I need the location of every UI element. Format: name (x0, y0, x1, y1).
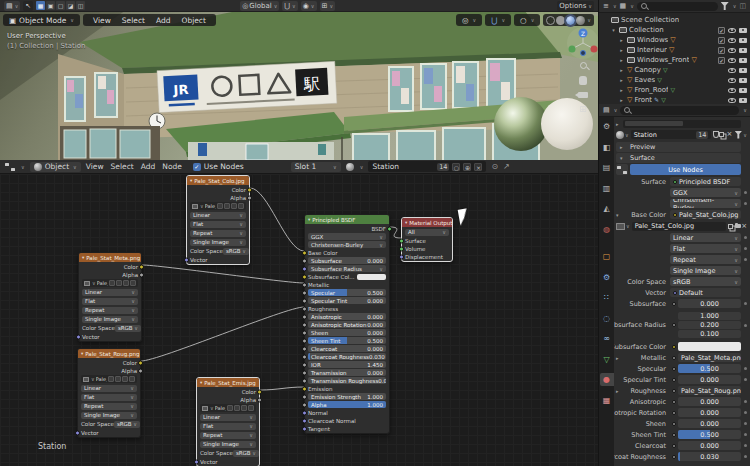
animate-dot-icon[interactable] (744, 236, 747, 239)
socket-specular-input[interactable] (302, 290, 307, 295)
animate-dot-icon[interactable] (744, 422, 747, 425)
expander-icon[interactable]: ▸ (618, 97, 625, 103)
slider-sheen-tint[interactable]: 0.500 (678, 430, 741, 439)
shading-rendered-button[interactable] (576, 16, 585, 25)
slider-anisotropic[interactable]: Anisotropic0.000 (308, 313, 386, 320)
socket-anisotropic-rotation-input[interactable] (302, 322, 307, 327)
outliner-scene-icon[interactable]: ▦ (620, 2, 627, 10)
socket-ior-input[interactable] (302, 362, 307, 367)
expander-icon[interactable]: ▸ (618, 67, 625, 73)
shader-node-editor[interactable]: ∨ Object ∨ ViewSelectAddNode ✓ Use Nodes… (0, 160, 598, 466)
link-socket-icon[interactable] (672, 389, 676, 393)
pivot-point-button[interactable]: ◎∨ (456, 14, 482, 26)
socket-color-output[interactable] (138, 360, 143, 365)
socket-color-output[interactable] (139, 264, 144, 269)
slider-specular[interactable]: Specular0.500 (308, 289, 386, 296)
proportional-editing-button[interactable]: ◉∨ (301, 1, 317, 11)
socket-surface-input[interactable] (399, 238, 404, 243)
slot-dropdown[interactable]: Slot 1 ∨ (291, 162, 341, 172)
outliner-display-mode-icon[interactable]: ≡ (603, 2, 609, 10)
properties-tab-world[interactable]: ◍ (600, 223, 614, 236)
panel-header-surface[interactable]: ▾Surface (616, 152, 747, 163)
properties-tab-output[interactable]: ▤ (600, 161, 614, 174)
animate-dot-icon[interactable] (744, 367, 747, 370)
socket-alpha-output[interactable] (138, 368, 143, 373)
menu-add[interactable]: Add (156, 16, 171, 25)
socket-subsurface-input[interactable] (302, 258, 307, 263)
dropdown-christensen-burley[interactable]: Christensen-Burley∨ (308, 241, 386, 248)
field-base-color[interactable]: Pale_Stat_Colo.jpg (670, 210, 741, 219)
socket-color-output[interactable] (257, 389, 262, 394)
expander-icon[interactable]: ▾ (610, 27, 617, 33)
animate-dot-icon[interactable] (744, 411, 747, 414)
link-socket-icon[interactable] (672, 433, 676, 437)
link-socket-icon[interactable] (672, 367, 676, 371)
open-image-button[interactable] (241, 405, 247, 411)
node-image-texture-pale-stat-roug-png[interactable]: ▾Pale_Stat_Roug.png Color Alpha ∨ Pale_S… (77, 348, 141, 438)
disable-render-camera-icon[interactable] (739, 88, 747, 93)
socket-subsurface-radius-input[interactable] (302, 266, 307, 271)
link-socket-icon[interactable] (672, 323, 676, 327)
dropdown-linear[interactable]: Linear∨ (81, 385, 137, 392)
filter-icon[interactable] (721, 2, 729, 10)
socket-vector-input[interactable] (75, 430, 80, 435)
properties-tab-modifiers[interactable]: ⚙ (600, 271, 614, 284)
properties-editor[interactable]: ▤ ∨ ∨ ⚙◧▤▥◭◍▢⚙∷◌∞▽●▦ ▸∨ Station14 × ∨▸Pr… (599, 104, 750, 466)
dropdown-subsurface-radius[interactable]: Subsurface Radius∨ (308, 265, 386, 272)
expander-icon[interactable]: ▾ (616, 212, 623, 218)
menu-view[interactable]: View (93, 16, 111, 25)
hide-eye-icon[interactable] (728, 28, 736, 33)
copy-button[interactable] (224, 203, 230, 209)
properties-search-input[interactable] (620, 106, 739, 115)
slider-sheen[interactable]: Sheen0.000 (308, 329, 386, 336)
active-tool-button[interactable]: ↖ (23, 1, 33, 11)
node-canvas[interactable]: ▾Pale_Stat_Colo.jpg Color Alpha ∨ Pale_S… (0, 174, 598, 466)
menu-node[interactable]: Node (162, 162, 182, 171)
options-button[interactable]: Options ∨ (557, 1, 594, 11)
expander-icon[interactable]: ▸ (618, 37, 625, 43)
node-header[interactable]: ▾Pale_Stat_Roug.png (78, 349, 140, 358)
image-datablock[interactable]: ∨ Pale_Stat_Meta.p.. (82, 279, 138, 287)
node-header[interactable]: ▾Pale_Stat_Emis.jpg (197, 378, 259, 387)
properties-tab-tool[interactable]: ⚙ (600, 120, 614, 133)
animate-dot-icon[interactable] (744, 247, 747, 250)
transform-orientation-button[interactable]: ◎ Global ∨ (240, 1, 279, 11)
copy-button[interactable] (116, 280, 122, 286)
pin-icon[interactable]: ⊙ (491, 162, 498, 171)
expander-icon[interactable]: ▸ (616, 388, 623, 394)
slider-anisotropic[interactable]: 0.000 (678, 397, 741, 406)
link-socket-icon[interactable] (672, 455, 676, 459)
link-socket-icon[interactable] (672, 400, 676, 404)
socket-clearcoat-input[interactable] (302, 346, 307, 351)
dropdown-christensen-burley[interactable]: Christensen-Burley∨ (670, 199, 741, 208)
material-name-field[interactable]: Station14 (631, 130, 712, 139)
socket-vector-input[interactable] (184, 257, 189, 262)
unlink-icon[interactable]: × (726, 131, 732, 138)
collapse-icon[interactable]: ▾ (190, 178, 192, 183)
copy-icon[interactable] (719, 132, 724, 137)
animate-dot-icon[interactable] (744, 444, 747, 447)
socket-bsdf-output[interactable] (387, 226, 392, 231)
outliner-item-windows[interactable]: ▸Windows▽✓ (599, 35, 750, 45)
open-image-button[interactable] (122, 376, 128, 382)
dropdown-color-space[interactable]: sRGB∨ (233, 450, 259, 457)
socket-clearcoat-normal-input[interactable] (302, 418, 307, 423)
toggle-ortho-icon[interactable]: ⊞ (579, 105, 587, 114)
select-mode-new[interactable]: ▦ (36, 1, 45, 10)
field-metallic[interactable]: Pale_Stat_Meta.png (678, 353, 741, 362)
socket-volume-input[interactable] (399, 246, 404, 251)
slider-clearcoat-roughness[interactable]: 0.030 (678, 452, 741, 461)
dropdown-flat[interactable]: Flat∨ (200, 423, 256, 430)
new-collection-icon[interactable]: ◫ (739, 2, 746, 10)
hide-eye-icon[interactable] (728, 38, 736, 43)
link-socket-icon[interactable] (672, 302, 676, 306)
link-socket-icon[interactable] (672, 422, 676, 426)
expander-icon[interactable]: ▸ (618, 77, 625, 83)
select-mode-subtract[interactable]: ▢ (56, 1, 65, 10)
socket-displacement-input[interactable] (399, 254, 404, 259)
move-view-icon[interactable] (579, 76, 587, 85)
outliner-search-input[interactable] (637, 2, 718, 11)
dropdown-flat[interactable]: Flat∨ (81, 394, 137, 401)
socket-normal-input[interactable] (302, 410, 307, 415)
expander-icon[interactable]: ▸ (618, 47, 625, 53)
